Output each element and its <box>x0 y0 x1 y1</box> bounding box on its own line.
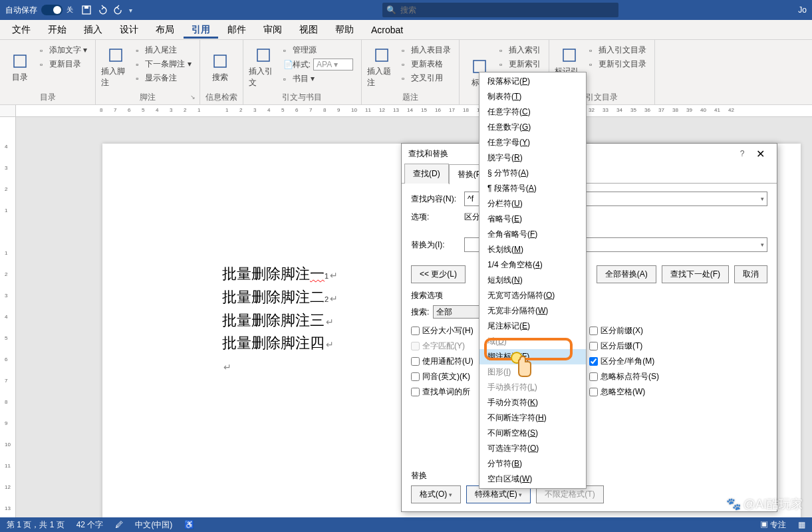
ribbon-item[interactable]: ▫下一条脚注 ▾ <box>133 58 194 70</box>
document-line[interactable]: 批量删除脚注二2↵ <box>222 287 338 310</box>
menu-item[interactable]: 手动分页符(K) <box>479 395 586 410</box>
search-input[interactable] <box>400 5 614 15</box>
document-line[interactable]: 批量删除脚注四↵ <box>222 332 338 355</box>
ribbon-item[interactable]: 📄样式: APA ▾ <box>281 58 356 71</box>
menu-item[interactable]: 分栏符(U) <box>479 196 586 211</box>
format-button[interactable]: 格式(O) <box>411 485 461 503</box>
menu-item[interactable]: 不间断连字符(H) <box>479 410 586 426</box>
ribbon-item[interactable]: ▫书目 ▾ <box>281 72 356 85</box>
checkbox-忽略空格(W)[interactable]: 忽略空格(W) <box>589 386 767 398</box>
document-line[interactable]: 批量删除脚注一1↵ <box>222 263 338 287</box>
menu-item[interactable]: 长划线(M) <box>479 242 586 257</box>
menu-item[interactable]: 域(D) <box>479 334 586 349</box>
ribbon-item[interactable]: ▫更新目录 <box>37 58 90 70</box>
menu-item[interactable]: 省略号(E) <box>479 211 586 227</box>
menu-item[interactable]: 任意字符(C) <box>479 104 586 120</box>
menu-item[interactable]: 任意数字(G) <box>479 120 586 135</box>
ribbon-item[interactable]: ▫管理源 <box>281 44 356 57</box>
ruler-vertical[interactable]: 432112345678910111213 <box>0 117 16 517</box>
menu-item[interactable]: 分节符(B) <box>479 456 586 471</box>
find-next-button[interactable]: 查找下一处(F) <box>662 265 729 283</box>
ribbon-item[interactable]: ▫添加文字 ▾ <box>37 44 90 57</box>
menu-item[interactable]: 1/4 全角空格(4) <box>479 257 586 273</box>
status-wordcount[interactable]: 42 个字 <box>76 519 104 531</box>
status-page[interactable]: 第 1 页，共 1 页 <box>7 519 65 531</box>
ribbon-big-目录[interactable]: 目录 <box>5 43 35 90</box>
status-language[interactable]: 中文(中国) <box>135 519 172 531</box>
qat-more-icon[interactable]: ▾ <box>129 7 132 14</box>
ribbon-big-插入脚注[interactable]: 插入脚注 <box>101 43 130 90</box>
tab-开始[interactable]: 开始 <box>40 21 74 39</box>
ribbon-item[interactable]: ▫更新表格 <box>399 58 454 70</box>
ribbon-item[interactable]: ▫显示备注 <box>133 72 194 84</box>
ribbon-item[interactable]: ▫插入尾注 <box>133 44 194 57</box>
tab-文件[interactable]: 文件 <box>4 21 39 39</box>
menu-item[interactable]: 脚注标记(F) <box>479 349 586 364</box>
ruler-horizontal[interactable]: 8765432112345678910111213141516171819272… <box>16 105 812 117</box>
menu-item[interactable]: 任意字母(Y) <box>479 135 586 150</box>
ribbon-item[interactable]: ▫插入索引 <box>497 44 543 57</box>
menu-item[interactable]: 图形(I) <box>479 364 586 380</box>
autosave-toggle[interactable] <box>41 5 63 15</box>
ribbon-big-搜索[interactable]: 搜索 <box>205 43 235 90</box>
menu-item[interactable]: 脱字号(R) <box>479 150 586 166</box>
tab-设计[interactable]: 设计 <box>112 21 146 39</box>
close-button[interactable]: ✕ <box>750 148 770 160</box>
save-icon[interactable] <box>81 5 92 15</box>
ribbon-item[interactable]: ▫插入表目录 <box>399 44 454 57</box>
ruler-vtick: 4 <box>5 314 7 320</box>
ribbon-item[interactable]: ▫更新引文目录 <box>587 58 649 70</box>
tab-视图[interactable]: 视图 <box>291 21 326 39</box>
ruler-tick: 39 <box>686 107 692 113</box>
menu-item[interactable]: 可选连字符(O) <box>479 441 586 456</box>
menu-item[interactable]: 全角省略号(F) <box>479 227 586 242</box>
ribbon-item[interactable]: ▫更新索引 <box>497 58 543 70</box>
status-spellcheck-icon[interactable]: 🖉 <box>115 520 123 529</box>
group-label: 信息检索 <box>205 90 237 104</box>
checkbox-忽略标点符号(S)[interactable]: 忽略标点符号(S) <box>589 371 767 382</box>
menu-item[interactable]: ¶ 段落符号(A) <box>479 181 586 196</box>
ribbon-item[interactable]: ▫交叉引用 <box>399 72 454 84</box>
tab-审阅[interactable]: 审阅 <box>255 21 290 39</box>
tab-Acrobat[interactable]: Acrobat <box>363 22 411 38</box>
status-views-icon[interactable]: ▦ <box>798 520 805 529</box>
dialog-tab-0[interactable]: 查找(D) <box>404 164 449 184</box>
replace-all-button[interactable]: 全部替换(A) <box>597 265 656 283</box>
tab-布局[interactable]: 布局 <box>148 21 182 39</box>
svg-rect-7 <box>474 61 485 72</box>
menu-item[interactable]: § 分节符(A) <box>479 166 586 181</box>
tab-帮助[interactable]: 帮助 <box>327 21 362 39</box>
menu-item[interactable]: 无宽可选分隔符(O) <box>479 288 586 303</box>
menu-item[interactable]: 制表符(T) <box>479 89 586 104</box>
ribbon-big-插入引文[interactable]: 插入引文 <box>249 43 278 90</box>
help-button[interactable]: ? <box>734 149 750 158</box>
menu-item[interactable]: 无宽非分隔符(W) <box>479 303 586 319</box>
menu-item[interactable]: 段落标记(P) <box>479 74 586 89</box>
tab-邮件[interactable]: 邮件 <box>219 21 254 39</box>
ribbon-big-插入题注[interactable]: 插入题注 <box>367 43 396 90</box>
document-line[interactable]: 批量删除脚注三↵ <box>222 310 338 332</box>
ruler-tick: 7 <box>309 107 312 113</box>
menu-item[interactable]: 短划线(N) <box>479 273 586 288</box>
dialog-launcher-icon[interactable]: ↘ <box>190 94 198 102</box>
undo-icon[interactable] <box>97 5 108 15</box>
checkbox-区分后缀(T)[interactable]: 区分后缀(T) <box>589 340 767 352</box>
page-content[interactable]: 批量删除脚注一1↵批量删除脚注二2↵批量删除脚注三↵批量删除脚注四↵↵ <box>222 263 338 378</box>
less-button[interactable]: << 更少(L) <box>411 265 466 283</box>
checkbox-区分前缀(X)[interactable]: 区分前缀(X) <box>589 325 767 336</box>
cancel-button[interactable]: 取消 <box>734 265 767 283</box>
search-box[interactable]: 🔍 <box>382 3 618 17</box>
user-short[interactable]: Jo <box>798 5 807 15</box>
tab-插入[interactable]: 插入 <box>76 21 110 39</box>
status-accessibility-icon[interactable]: ♿ <box>184 520 194 529</box>
menu-item[interactable]: 空白区域(W) <box>479 471 586 487</box>
redo-icon[interactable] <box>113 5 124 15</box>
menu-item[interactable]: 手动换行符(L) <box>479 380 586 395</box>
checkbox-区分全/半角(M)[interactable]: 区分全/半角(M) <box>589 356 767 367</box>
dialog-titlebar[interactable]: 查找和替换 ? ✕ <box>402 144 777 164</box>
menu-item[interactable]: 不间断空格(S) <box>479 426 586 441</box>
tab-引用[interactable]: 引用 <box>184 21 218 39</box>
menu-item[interactable]: 尾注标记(E) <box>479 319 586 334</box>
status-focus[interactable]: ▣ 专注 <box>760 519 786 531</box>
ribbon-item[interactable]: ▫插入引文目录 <box>587 44 649 57</box>
